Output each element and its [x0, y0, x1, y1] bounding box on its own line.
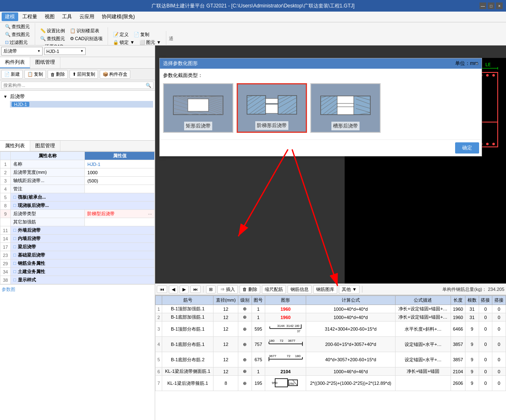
menu-cloud[interactable]: 云应用 — [76, 12, 98, 21]
prop-expand-34[interactable]: □ — [13, 269, 16, 274]
confirm-button[interactable]: 确定 — [455, 142, 479, 154]
tab-drawing-mgmt[interactable]: 图纸管理 — [30, 57, 60, 68]
tab-component-list[interactable]: 构件列表 — [0, 57, 30, 68]
menu-tools[interactable]: 工具 — [59, 12, 75, 21]
row1-count: 31 — [465, 305, 479, 313]
close-button[interactable]: × — [496, 2, 503, 9]
nav-next-btn[interactable]: ▶ — [180, 286, 189, 293]
scale-rebar-btn[interactable]: 缩尺配筋 — [262, 285, 286, 294]
toolbar-section2: 通 — [168, 35, 174, 43]
tree-root-item[interactable]: ▼ 后浇带 — [2, 92, 153, 101]
prop-row-other: 其它加强筋 — [0, 218, 155, 226]
element-icon: ⬜ — [139, 40, 145, 45]
menu-view[interactable]: 视图 — [41, 12, 58, 21]
svg-point-107 — [492, 143, 495, 145]
other-btn[interactable]: 其他 ▼ — [339, 285, 360, 294]
copy-btn[interactable]: 📄 复制 — [132, 31, 151, 38]
prop-expand-8[interactable]: □ — [13, 203, 16, 208]
menu-quantity[interactable]: 工程量 — [19, 12, 41, 21]
shape-card-groove[interactable]: 槽形后浇带 — [310, 83, 381, 133]
prop-expand-17[interactable]: □ — [13, 244, 16, 249]
prop-row-38: 38 □显示样式 — [0, 276, 155, 284]
prop-tab-layer[interactable]: 图层管理 — [30, 141, 60, 151]
row3-fignum: 595 — [252, 322, 265, 337]
prop-expand-23[interactable]: □ — [13, 252, 16, 257]
nav-prev-btn[interactable]: ◀ — [169, 286, 178, 293]
cad-options-btn[interactable]: ⚙ CAD识别选项 — [68, 35, 104, 42]
find2-btn[interactable]: 🔍 查找图元 — [38, 35, 67, 42]
right-area: 选择参数化图形 × 参数化截面类型： 单位：mm — [155, 46, 506, 420]
copy2-icon: 📋 — [27, 72, 33, 77]
delete-component-btn[interactable]: 🗑 删除 — [48, 70, 68, 79]
copy-component-btn[interactable]: 📋 复制 — [24, 70, 46, 79]
filter-btn[interactable]: ⊡ 过滤图元 — [3, 39, 31, 46]
th-len: 长度 — [451, 296, 465, 305]
rebar-row-1[interactable]: 1 B-1顶部加强筋.1 12 ⊕ 1 1960 1000+40*d+40*d … — [156, 305, 506, 313]
prop-row-1: 1 名称 HJD-1 — [0, 160, 155, 168]
prop-expand-14[interactable]: □ — [13, 236, 16, 241]
prop-expand-38[interactable]: □ — [13, 277, 16, 282]
shape-card-rect[interactable]: 矩形后浇带 — [163, 83, 233, 133]
nav-last-btn[interactable]: ⏭ — [190, 286, 201, 293]
component-id-dropdown[interactable]: HJD-1 ▼ — [44, 48, 86, 55]
th-count: 根数 — [465, 296, 479, 305]
find-element-btn[interactable]: 🔍 查找图元 — [3, 23, 31, 30]
prop-expand-29[interactable]: □ — [13, 261, 16, 266]
rebar-row-6[interactable]: 6 KL-1梁后浇带侧面筋.1 12 ⊕ 1 2104 1000+46*d+46… — [156, 367, 506, 376]
row1-grade: ⊕ — [238, 305, 252, 313]
prop-row-4: 4 管注 — [0, 185, 155, 193]
row4-count: 9 — [465, 337, 479, 352]
param-type-label: 参数化截面类型： — [163, 72, 203, 79]
grid-btn[interactable]: ⊞ — [206, 286, 216, 293]
define-btn[interactable]: 📝 定义 — [111, 31, 130, 38]
prop-expand-11[interactable]: □ — [13, 228, 16, 233]
delete-rebar-btn[interactable]: 🗑 删除 — [240, 285, 260, 294]
svg-text:3144: 3144 — [277, 324, 285, 328]
param-view-link[interactable]: 参数图 — [0, 284, 155, 294]
svg-text:72: 72 — [280, 339, 283, 343]
rebar-row-3[interactable]: 3 B-1顶部分布筋.1 12 ⊕ 595 3144 3142 — [156, 322, 506, 337]
row4-name: B-1底部分布筋.1 — [162, 337, 213, 352]
prop-tab-list[interactable]: 属性列表 — [0, 141, 30, 151]
rebar-info-btn[interactable]: 钢筋信息 — [288, 285, 312, 294]
search-input[interactable] — [1, 82, 153, 89]
svg-point-88 — [492, 74, 495, 77]
rebar-row-4[interactable]: 4 B-1底部分布筋.1 12 ⊕ 757 180 72 — [156, 337, 506, 352]
menu-collab[interactable]: 协同建模(限免) — [98, 12, 138, 21]
menu-build[interactable]: 建模 — [2, 12, 18, 21]
rebar-row-5[interactable]: 5 B-1底部分布筋.2 12 ⊕ 675 3677 72 — [156, 352, 506, 367]
identify-floor-btn[interactable]: 📋 识别楼层表 — [68, 27, 101, 34]
rebar-row-7[interactable]: 7 KL-1梁后浇带箍筋.1 8 ⊕ 195 950 — [156, 376, 506, 391]
toolbar-row1: 📏 设置比例 📋 识别楼层表 — [38, 27, 104, 34]
minimize-button[interactable]: — — [480, 2, 486, 9]
rebar-row-2[interactable]: 2 B-1底部加强筋.1 12 ⊕ 1 1960 1000+40*d+40*d … — [156, 313, 506, 322]
insert-btn[interactable]: ⇒ 插入 — [217, 285, 238, 294]
svg-rect-36 — [337, 103, 354, 107]
shape-card-step[interactable]: 阶梯形后浇带 — [237, 83, 307, 133]
param-dialog-title: 选择参数化图形 × — [160, 58, 482, 69]
nav-first-btn[interactable]: ⏮ — [157, 286, 167, 293]
row7-fignum: 195 — [252, 376, 265, 391]
prop-expand-5[interactable]: □ — [13, 194, 16, 199]
svg-point-106 — [486, 143, 489, 145]
prop-edit-button[interactable]: ··· — [148, 211, 152, 216]
prop-row-11: 11 □外墙后浇带 — [0, 226, 155, 235]
th-fig: 图形 — [265, 296, 306, 305]
component-type-dropdown[interactable]: 后浇带 ▼ — [1, 47, 43, 55]
param-header: 参数化截面类型： 单位：mm — [163, 72, 478, 82]
storage-btn[interactable]: 📦 构件存盒 — [100, 70, 130, 79]
property-panel: 属性列表 图层管理 属性名称 属性值 1 名称 HJD-1 — [0, 140, 155, 420]
set-scale-btn[interactable]: 📏 设置比例 — [38, 27, 67, 34]
property-table: 属性名称 属性值 1 名称 HJD-1 2 后浇带宽度(mm) 1000 — [0, 151, 155, 284]
maximize-button[interactable]: □ — [488, 2, 494, 9]
floor-copy-btn[interactable]: ⬆ 层间复制 — [70, 70, 98, 79]
rebar-lib-btn[interactable]: 钢筋图库 — [313, 285, 337, 294]
svg-point-87 — [486, 74, 489, 77]
tree-child-hjd1[interactable]: HJD-1 — [10, 101, 153, 108]
element-btn[interactable]: ⬜ 图元 ▼ — [138, 39, 163, 46]
cad-icon: ⚙ — [70, 36, 74, 41]
filter-element-btn[interactable]: 🔍 查找图元 — [3, 31, 31, 38]
new-btn[interactable]: 📄 新建 — [1, 70, 23, 79]
lock-btn[interactable]: 🔒 锁定 ▼ — [111, 39, 136, 46]
find-icon: 🔍 — [5, 24, 11, 29]
